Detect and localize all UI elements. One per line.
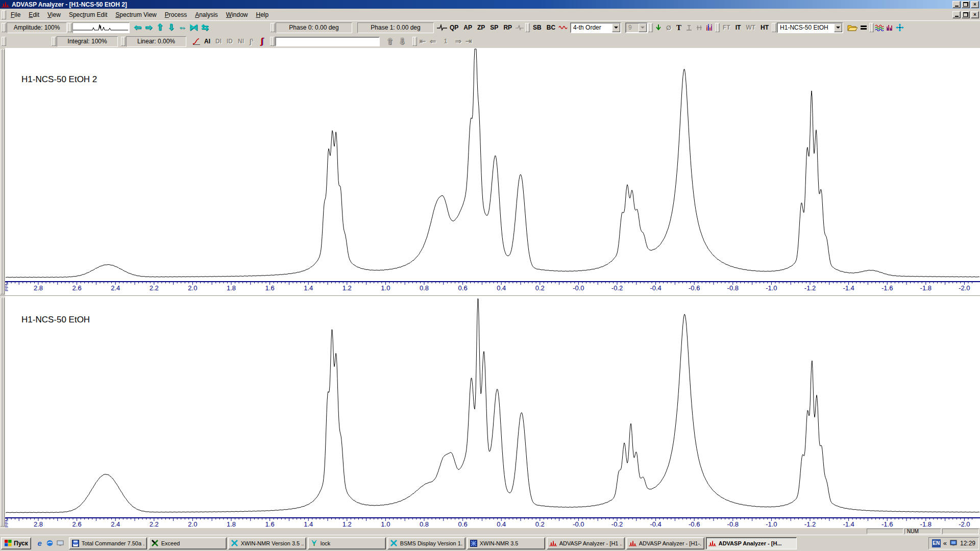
toolbar-gripper[interactable] (121, 36, 126, 46)
panel-gripper[interactable] (0, 48, 5, 295)
ai-button[interactable]: AI (202, 36, 213, 46)
menu-edit[interactable]: Edit (24, 9, 43, 20)
display-settings-icon[interactable] (949, 539, 958, 547)
tray-expand-chevron[interactable]: « (943, 539, 947, 547)
desktop-icon[interactable] (56, 539, 64, 547)
toolbar-gripper[interactable] (772, 22, 776, 33)
open-folder-icon[interactable] (846, 22, 859, 33)
pan-left-button[interactable]: ⇦ (132, 22, 143, 33)
task-lock[interactable]: lock (308, 537, 386, 549)
qp-button[interactable]: QP (447, 22, 461, 33)
spectrum-preview[interactable] (72, 22, 130, 33)
restore-button[interactable] (962, 1, 970, 8)
rp-button[interactable]: RP (501, 22, 514, 33)
axis-tick-label: -0.2 (611, 520, 623, 528)
menu-analysis[interactable]: Analysis (191, 9, 222, 20)
task-advasp-analyzer-h1[interactable]: ADVASP Analyzer - [H1 ... (547, 537, 625, 549)
pulse-icon[interactable] (437, 22, 447, 33)
move-cross-icon[interactable] (895, 22, 905, 33)
integral-curve-icon[interactable] (191, 36, 202, 46)
toolbar-gripper[interactable] (2, 22, 6, 33)
move-up-button[interactable]: ⇧ (384, 37, 396, 46)
task-xwin-nmr-version-3-5[interactable]: XWIN-NMR Version 3.5 ... (228, 537, 306, 549)
previous-page-button: ⇐ (428, 36, 438, 46)
sb-button[interactable]: SB (530, 22, 544, 33)
bc-button[interactable]: BC (544, 22, 558, 33)
stack-list-icon[interactable] (859, 22, 869, 33)
compress-horizontal-button[interactable]: ⋈ (188, 22, 199, 33)
full-range-button[interactable]: ⇆ (199, 22, 210, 33)
task-advasp-analyzer-h1[interactable]: ADVASP Analyzer - [H1-... (626, 537, 704, 549)
axis-tick-label: 0.8 (420, 520, 429, 528)
toolbar-gripper[interactable] (715, 22, 720, 33)
task-label: ADVASP Analyzer - [H1-... (639, 540, 702, 546)
axis-tick-label: -0.6 (689, 284, 700, 292)
zp-button[interactable]: ZP (475, 22, 487, 33)
overlay-spectra-icon[interactable] (874, 22, 885, 33)
nmr-spectrum-plot[interactable]: 2.82.62.42.22.01.81.61.41.21.00.80.60.40… (0, 48, 980, 296)
task-bsms-display-version-1[interactable]: BSMS Display Version 1.... (387, 537, 465, 549)
toolbar-gripper[interactable] (52, 36, 56, 46)
pan-right-button[interactable]: ⇨ (143, 22, 154, 33)
child-close-button[interactable]: × (971, 11, 979, 18)
close-button[interactable]: × (971, 1, 979, 8)
nmr-spectrum-plot[interactable]: 2.82.62.42.22.01.81.61.41.21.00.80.60.40… (0, 296, 980, 528)
integral-color-icon[interactable]: ∫ (257, 36, 267, 46)
ht-button[interactable]: HT (758, 22, 771, 33)
text-annotation-icon[interactable]: T (674, 22, 684, 33)
stacked-peaks-icon[interactable] (885, 22, 895, 33)
toolbar-gripper[interactable] (67, 22, 72, 33)
multicolor-peaks-icon[interactable] (704, 22, 715, 33)
toolbar-gripper[interactable] (525, 22, 530, 33)
task-exceed[interactable]: Exceed (149, 537, 227, 549)
task-buttons: Total Commander 7.50a ...ExceedXWIN-NMR … (69, 537, 797, 549)
toolbar-gripper[interactable] (270, 36, 275, 46)
task-advasp-analyzer-h[interactable]: ADVASP Analyzer - [H... (706, 537, 797, 549)
toolbar-gripper[interactable] (271, 22, 275, 33)
chevron-down-icon[interactable] (612, 23, 620, 32)
order-dropdown[interactable]: 4-th Order (570, 22, 621, 33)
toolbar-gripper[interactable] (412, 36, 417, 46)
menu-view[interactable]: View (43, 9, 65, 20)
sp-button[interactable]: SP (487, 22, 501, 33)
task-total-commander-7-50a[interactable]: Total Commander 7.50a ... (69, 537, 147, 549)
expand-horizontal-button[interactable]: ⇔ (177, 22, 188, 33)
minimize-button[interactable] (952, 1, 961, 8)
internet-explorer-icon[interactable]: e (36, 539, 44, 547)
toolbar-gripper[interactable] (2, 36, 6, 46)
id-button: ID (224, 36, 235, 46)
menu-spectrum-view[interactable]: Spectrum View (111, 9, 161, 20)
menu-file[interactable]: File (7, 9, 24, 20)
it-button[interactable]: IT (733, 22, 744, 33)
language-indicator[interactable]: EN (932, 539, 941, 547)
peak-pick-down-icon[interactable] (653, 22, 664, 33)
quick-launch-icon[interactable] (46, 539, 54, 547)
spectrum-panel-top[interactable]: H1-NCS-50 EtOH 2 2.82.62.42.22.01.81.61.… (0, 48, 980, 296)
menu-gripper[interactable] (2, 10, 6, 20)
panel-gripper[interactable] (0, 296, 5, 528)
pan-down-button[interactable]: ⇩ (165, 22, 177, 33)
region-input[interactable] (275, 37, 380, 46)
start-button[interactable]: Пуск (1, 537, 31, 549)
menu-window[interactable]: Window (222, 9, 252, 20)
chevron-down-icon[interactable] (834, 23, 842, 32)
spectrum-panel-bottom[interactable]: H1-NCS-50 EtOH 2.82.62.42.22.01.81.61.41… (0, 296, 980, 528)
menu-help[interactable]: Help (252, 9, 273, 20)
menu-spectrum-edit[interactable]: Spectrum Edit (65, 9, 111, 20)
toolbar-gripper[interactable] (648, 22, 653, 33)
menu-process[interactable]: Process (161, 9, 191, 20)
pan-up-button[interactable]: ⇧ (154, 22, 165, 33)
axis-tick-label: -0.0 (573, 520, 584, 528)
child-restore-button[interactable] (962, 11, 970, 18)
child-minimize-button[interactable] (952, 11, 961, 18)
move-down-button[interactable]: ⇩ (396, 37, 408, 46)
axis-tick-label: -0.8 (727, 284, 739, 292)
toolbar-gripper[interactable] (869, 22, 874, 33)
ap-button[interactable]: AP (461, 22, 475, 33)
task-xwin-nmr-3-5[interactable]: XWIN-NMR 3.5 (467, 537, 545, 549)
chevron-down-icon (639, 23, 647, 32)
di-button: DI (213, 36, 224, 46)
spectrum-select-dropdown[interactable]: H1-NCS-50 EtOH (777, 22, 843, 33)
axis-tick-label: 1.4 (304, 284, 313, 292)
red-wave-icon[interactable] (558, 22, 568, 33)
